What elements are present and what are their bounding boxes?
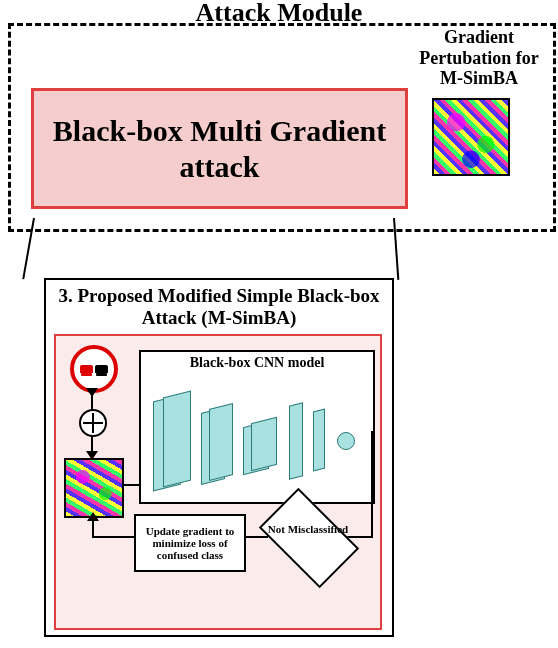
msimba-box: 3. Proposed Modified Simple Black-box At… [44,278,394,637]
cnn-layer-icon [209,403,233,481]
arrow-right-icon [122,484,140,486]
feedback-line [347,536,373,538]
msimba-title: 3. Proposed Modified Simple Black-box At… [46,285,392,329]
cnn-layer-icon [289,402,303,479]
perturbed-image-icon [64,458,124,518]
module-title: Attack Module [0,0,558,28]
cnn-layer-icon [251,417,277,471]
attack-banner-text: Black-box Multi Gradient attack [38,113,401,184]
gradient-perturbation-swatch [432,98,510,176]
cnn-layer-icon [163,391,191,488]
update-gradient-box: Update gradient to minimize loss of conf… [134,514,246,572]
gradient-perturbation-label: Gradient Pertubation for M-SimBA [413,27,545,89]
cnn-layer-icon [313,409,325,472]
attack-banner: Black-box Multi Gradient attack [31,88,408,209]
decision-label: Not Misclassified [265,524,351,536]
update-gradient-text: Update gradient to minimize loss of conf… [138,525,242,561]
msimba-inner: Black-box CNN model Not Misclassified Up… [54,334,382,630]
no-overtaking-sign-icon [70,345,118,393]
arrow-down-icon [86,388,98,397]
oplus-icon [79,409,107,437]
feedback-line [371,431,373,537]
arrow-up-icon [87,512,99,521]
cnn-title: Black-box CNN model [141,355,373,371]
cnn-output-node-icon [337,432,355,450]
feedback-line [92,536,136,538]
cnn-model-box: Black-box CNN model [139,350,375,504]
